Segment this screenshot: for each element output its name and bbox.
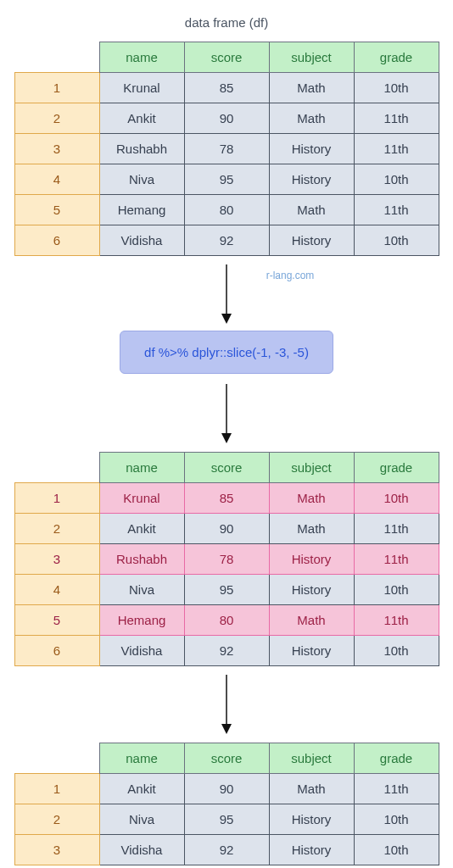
table-cell: Math (269, 195, 354, 225)
table-cell: 11th (354, 103, 439, 134)
row-index: 3 (14, 544, 99, 575)
row-index: 4 (14, 575, 99, 605)
table-cell: Niva (99, 164, 184, 195)
table-cell: Hemang (99, 605, 184, 636)
arrow-down-icon (218, 384, 235, 443)
row-index: 1 (14, 774, 99, 804)
table-cell: Hemang (99, 195, 184, 225)
table-cell: History (269, 575, 354, 605)
table-cell: History (269, 164, 354, 195)
row-index: 4 (14, 164, 99, 195)
table-cell: Math (269, 605, 354, 636)
row-index: 6 (14, 636, 99, 666)
row-index: 3 (14, 835, 99, 865)
table-cell: 10th (354, 225, 439, 256)
table-cell: Math (269, 774, 354, 804)
row-index: 5 (14, 195, 99, 225)
table-cell: 11th (354, 774, 439, 804)
table-row: 4Niva95History10th (14, 164, 439, 195)
table-cell: History (269, 804, 354, 835)
dataframe-result: namescoresubjectgrade1Ankit90Math11th2Ni… (14, 743, 439, 865)
table-cell: Math (269, 73, 354, 103)
table-cell: 10th (354, 835, 439, 865)
table-cell: Niva (99, 575, 184, 605)
row-index: 2 (14, 514, 99, 544)
table-cell: 10th (354, 483, 439, 514)
column-header: score (184, 743, 269, 774)
table-cell: 95 (184, 804, 269, 835)
column-header: name (99, 42, 184, 73)
table-cell: 85 (184, 73, 269, 103)
table-cell: History (269, 835, 354, 865)
row-index: 6 (14, 225, 99, 256)
table-row: 1Ankit90Math11th (14, 774, 439, 804)
column-header: grade (354, 743, 439, 774)
table-row: 3Vidisha92History10th (14, 835, 439, 865)
table-cell: 11th (354, 514, 439, 544)
row-index: 2 (14, 804, 99, 835)
row-index: 1 (14, 483, 99, 514)
svg-marker-3 (221, 433, 232, 443)
table-cell: 10th (354, 575, 439, 605)
table-cell: Vidisha (99, 636, 184, 666)
row-index: 1 (14, 73, 99, 103)
table-cell: 10th (354, 636, 439, 666)
watermark: r-lang.com (266, 270, 315, 281)
table-cell: Krunal (99, 483, 184, 514)
arrow-down-icon (218, 264, 235, 324)
table-cell: History (269, 636, 354, 666)
table-cell: 80 (184, 195, 269, 225)
table-row: 1Krunal85Math10th (14, 73, 439, 103)
svg-marker-5 (221, 724, 232, 734)
table-cell: 10th (354, 804, 439, 835)
table-cell: 90 (184, 774, 269, 804)
arrow-down-icon (218, 675, 235, 734)
table-cell: 90 (184, 514, 269, 544)
title-top: data frame (df) (185, 15, 268, 30)
table-row: 5Hemang80Math11th (14, 605, 439, 636)
table-cell: 78 (184, 134, 269, 164)
code-expression: df %>% dplyr::slice(-1, -3, -5) (120, 331, 333, 374)
table-cell: 78 (184, 544, 269, 575)
table-row: 1Krunal85Math10th (14, 483, 439, 514)
table-row: 6Vidisha92History10th (14, 225, 439, 256)
table-row: 2Niva95History10th (14, 804, 439, 835)
table-cell: Ankit (99, 514, 184, 544)
table-row: 3Rushabh78History11th (14, 134, 439, 164)
table-cell: 85 (184, 483, 269, 514)
column-header: subject (269, 453, 354, 483)
column-header: grade (354, 42, 439, 73)
table-cell: 90 (184, 103, 269, 134)
row-index: 2 (14, 103, 99, 134)
table-cell: Ankit (99, 774, 184, 804)
table-cell: Vidisha (99, 225, 184, 256)
table-cell: Krunal (99, 73, 184, 103)
dataframe-highlighted: namescoresubjectgrade1Krunal85Math10th2A… (14, 452, 439, 666)
table-cell: 11th (354, 134, 439, 164)
column-header: name (99, 453, 184, 483)
table-cell: 95 (184, 164, 269, 195)
table-cell: 10th (354, 73, 439, 103)
column-header: subject (269, 42, 354, 73)
table-cell: 92 (184, 636, 269, 666)
table-cell: History (269, 225, 354, 256)
table-cell: Rushabh (99, 544, 184, 575)
table-row: 2Ankit90Math11th (14, 103, 439, 134)
dataframe-original: namescoresubjectgrade1Krunal85Math10th2A… (14, 42, 439, 256)
table-cell: Math (269, 514, 354, 544)
table-cell: Ankit (99, 103, 184, 134)
table-row: 3Rushabh78History11th (14, 544, 439, 575)
table-cell: 92 (184, 835, 269, 865)
table-cell: 80 (184, 605, 269, 636)
column-header: grade (354, 453, 439, 483)
column-header: subject (269, 743, 354, 774)
column-header: name (99, 743, 184, 774)
row-index: 3 (14, 134, 99, 164)
table-cell: 92 (184, 225, 269, 256)
table-cell: Math (269, 483, 354, 514)
table-row: 2Ankit90Math11th (14, 514, 439, 544)
table-cell: 11th (354, 544, 439, 575)
table-cell: 95 (184, 575, 269, 605)
table-cell: 11th (354, 195, 439, 225)
table-cell: Rushabh (99, 134, 184, 164)
